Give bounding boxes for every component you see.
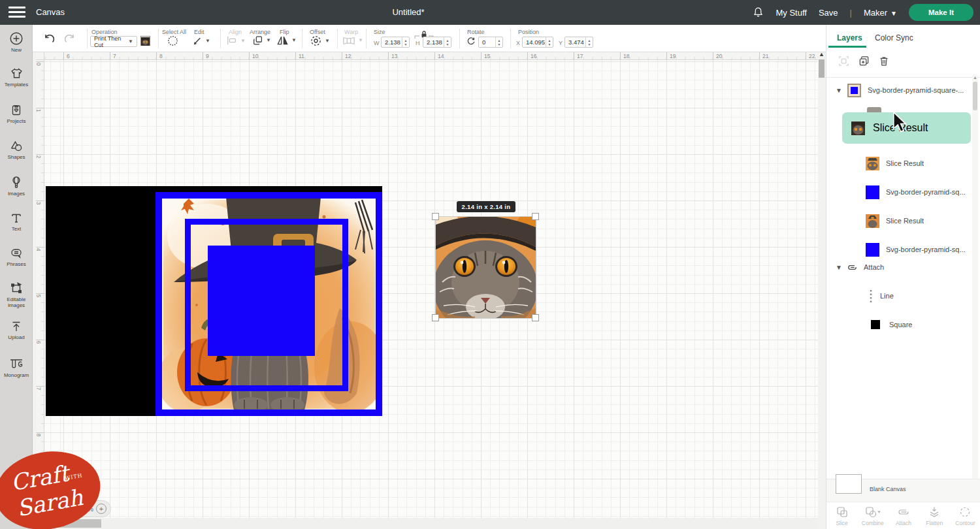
flip-button[interactable]: ▼ xyxy=(276,35,289,49)
tshirt-icon xyxy=(10,67,24,80)
combine-button[interactable]: Combine xyxy=(857,502,888,529)
layer-row-svg-square-1[interactable]: Svg-border-pyramid-sq... xyxy=(826,179,972,205)
size-label: Size xyxy=(374,29,385,35)
sidebar-item-projects[interactable]: Projects xyxy=(0,103,33,124)
delete-button[interactable] xyxy=(878,55,890,70)
save-link[interactable]: Save xyxy=(819,8,838,18)
sidebar-item-new[interactable]: New xyxy=(0,31,33,53)
selection-handle-bottom-right[interactable] xyxy=(532,314,539,321)
y-position-input[interactable]: 3.474 ▲▼ xyxy=(564,37,593,48)
offset-button[interactable]: ▼ xyxy=(310,35,322,50)
vertical-scroll-thumb[interactable] xyxy=(819,59,825,78)
ruler-number: 8 xyxy=(35,434,42,437)
blank-canvas-row[interactable]: Blank Canvas xyxy=(826,479,980,502)
redo-button[interactable] xyxy=(63,33,76,47)
notifications-bell-icon[interactable] xyxy=(753,7,764,18)
operation-dropdown[interactable]: Print Then Cut▼ xyxy=(90,36,137,47)
sidebar-item-upload[interactable]: Upload xyxy=(0,320,33,340)
rotate-input[interactable]: 0 ▲▼ xyxy=(478,37,503,48)
machine-selector[interactable]: Maker▼ xyxy=(864,8,897,18)
select-all-button[interactable] xyxy=(167,35,179,50)
sidebar-item-templates[interactable]: Templates xyxy=(0,67,33,88)
layer-row-slice-result-2[interactable]: Slice Result xyxy=(826,208,972,234)
clipboard-icon xyxy=(10,103,23,117)
blue-square-shape[interactable] xyxy=(208,246,315,356)
flatten-icon xyxy=(928,505,941,519)
make-it-button[interactable]: Make It xyxy=(909,4,973,21)
width-input[interactable]: 2.138 ▲▼ xyxy=(381,37,410,48)
canvas-vertical-scrollbar[interactable]: ▲ xyxy=(818,51,825,518)
duplicate-button[interactable] xyxy=(858,55,870,70)
attach-paperclip-icon xyxy=(846,261,858,274)
warp-label: Warp xyxy=(344,29,358,35)
x-label: X xyxy=(516,40,520,46)
slice-button[interactable]: Slice xyxy=(826,502,857,529)
layer-group-attach[interactable]: ▼ Attach xyxy=(826,254,972,280)
sidebar-item-images[interactable]: Images xyxy=(0,175,33,197)
operation-color-swatch[interactable] xyxy=(140,36,150,46)
contour-button[interactable]: Contour xyxy=(950,502,980,529)
edit-button[interactable]: ▼ xyxy=(191,35,204,50)
ruler-number: 5 xyxy=(35,295,42,298)
layer-thumbnail xyxy=(868,320,883,329)
selection-handle-bottom-left[interactable] xyxy=(432,314,439,321)
layer-thumbnail xyxy=(868,289,874,303)
selected-cat-face-image[interactable] xyxy=(436,217,536,318)
layers-scroll-thumb[interactable] xyxy=(973,82,977,110)
height-input[interactable]: 2.138 ▲▼ xyxy=(423,37,451,48)
selection-handle-top-right[interactable] xyxy=(532,213,539,220)
sidebar-item-shapes[interactable]: Shapes xyxy=(0,139,33,160)
tab-layers[interactable]: Layers xyxy=(837,33,862,42)
ruler-number: 21 xyxy=(762,53,768,59)
chevron-down-icon[interactable]: ▼ xyxy=(836,264,845,271)
x-position-input[interactable]: 14.095 ▲▼ xyxy=(522,37,553,48)
ruler-number: 18 xyxy=(623,53,629,59)
operation-label: Operation xyxy=(91,29,118,35)
width-label: W xyxy=(374,40,380,46)
ruler-number: 2 xyxy=(35,155,42,159)
upload-arrow-icon xyxy=(10,320,23,333)
undo-button[interactable] xyxy=(43,33,56,47)
ruler-number: 6 xyxy=(67,53,70,59)
chevron-down-icon[interactable]: ▼ xyxy=(836,87,845,94)
flatten-button[interactable]: Flatten xyxy=(919,502,950,529)
blank-canvas-swatch[interactable] xyxy=(836,474,862,494)
x-stepper[interactable]: ▲▼ xyxy=(546,37,553,47)
width-stepper[interactable]: ▲▼ xyxy=(402,37,409,47)
rotate-stepper[interactable]: ▲▼ xyxy=(495,37,502,47)
layer-group-svg-border[interactable]: ▼ Svg-border-pyramid-square-... xyxy=(826,77,972,103)
warp-button[interactable]: ▼ xyxy=(342,36,355,48)
height-stepper[interactable]: ▲▼ xyxy=(444,37,451,47)
canvas-horizontal-scrollbar[interactable]: ◀ xyxy=(36,518,818,529)
select-layers-button[interactable] xyxy=(838,55,850,70)
ruler-number: 20 xyxy=(716,53,722,59)
ruler-number: 1 xyxy=(35,109,42,112)
new-plus-icon xyxy=(9,31,24,46)
zoom-in-button[interactable]: + xyxy=(96,504,106,514)
sidebar-item-text[interactable]: Text xyxy=(0,212,33,232)
ruler-number: 17 xyxy=(577,53,583,59)
layers-scrollbar[interactable]: ▲ ▼ xyxy=(972,74,978,513)
ruler-number: 4 xyxy=(35,248,42,251)
arrange-button[interactable]: ▼ xyxy=(252,35,264,49)
align-button[interactable]: ▼ xyxy=(226,35,238,48)
rotate-icon[interactable] xyxy=(466,36,476,49)
sidebar-item-editable-images[interactable]: Editable Images xyxy=(0,281,33,308)
scroll-up-arrow[interactable]: ▲ xyxy=(972,75,978,80)
header-divider: | xyxy=(850,8,852,18)
layer-thumbnail xyxy=(851,121,865,135)
header-actions: My Stuff Save | Maker▼ Make It xyxy=(753,0,973,25)
layer-row-line[interactable]: Line xyxy=(826,283,972,309)
sidebar-item-phrases[interactable]: Phrases xyxy=(0,247,33,267)
y-stepper[interactable]: ▲▼ xyxy=(585,37,593,47)
attach-button[interactable]: Attach xyxy=(888,502,919,529)
my-stuff-link[interactable]: My Stuff xyxy=(776,8,806,18)
ruler-number: 9 xyxy=(206,53,209,59)
tab-color-sync[interactable]: Color Sync xyxy=(875,33,913,42)
selection-handle-top-left[interactable] xyxy=(432,213,439,220)
y-label: Y xyxy=(559,40,563,46)
layer-row-slice-result[interactable]: Slice Result xyxy=(826,150,972,176)
sidebar-item-monogram[interactable]: Monogram xyxy=(0,357,33,378)
size-tooltip: 2.14 in x 2.14 in xyxy=(457,201,515,212)
layer-row-square[interactable]: Square xyxy=(826,312,972,338)
